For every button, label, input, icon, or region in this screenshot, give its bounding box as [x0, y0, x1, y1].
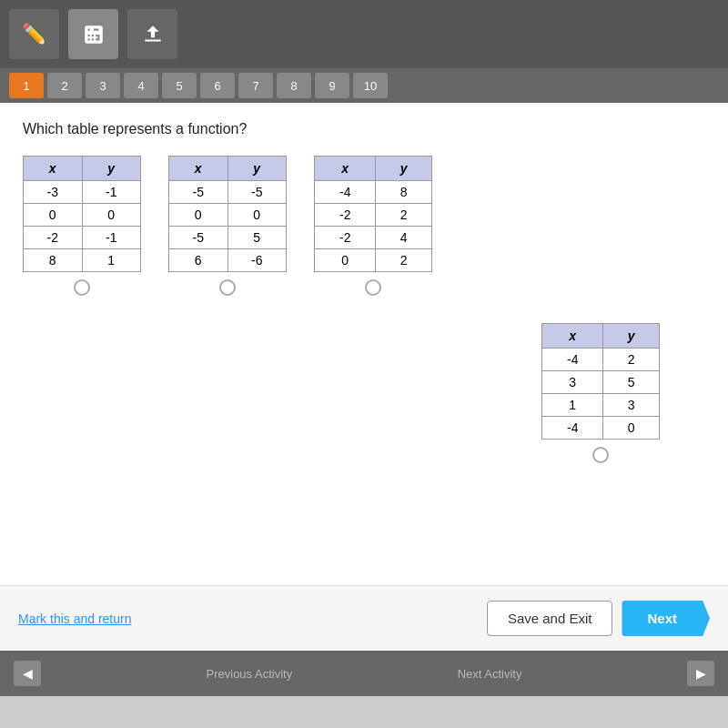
nav-btn-8[interactable]: 8 [277, 73, 311, 98]
next-activity-label: Next Activity [458, 667, 522, 681]
data-table-3: x y -48 -22 -24 02 [314, 156, 432, 272]
calculator-tool-button[interactable] [68, 9, 118, 59]
table-row: 6-6 [169, 249, 287, 272]
prev-activity-button[interactable]: ◀ [14, 661, 41, 686]
table2-radio[interactable] [219, 279, 236, 296]
table-row: 02 [315, 249, 432, 272]
calculator-icon [82, 23, 106, 46]
table1-col-y: y [82, 157, 141, 181]
prev-activity-label: Previous Activity [207, 667, 293, 681]
table-row: 00 [24, 204, 141, 227]
table3-col-y: y [376, 157, 432, 181]
table-row: -22 [315, 204, 432, 227]
nav-btn-5[interactable]: 5 [162, 73, 197, 98]
pencil-tool-button[interactable]: ✏️ [9, 9, 59, 59]
question-text: Which table represents a function? [23, 121, 705, 137]
next-activity-button[interactable]: ▶ [687, 661, 714, 686]
table-group-3: x y -48 -22 -24 02 [314, 156, 432, 296]
mark-return-button[interactable]: Mark this and return [18, 612, 132, 626]
top-toolbar: ✏️ [0, 0, 728, 68]
table1-col-x: x [24, 157, 83, 181]
main-content: Which table represents a function? x y -… [0, 103, 728, 585]
table-row: -3-1 [24, 181, 141, 204]
table3-radio[interactable] [365, 279, 381, 296]
bottom-bar: Mark this and return Save and Exit Next [0, 585, 728, 651]
table4-radio[interactable] [592, 447, 609, 463]
table3-col-x: x [315, 157, 376, 181]
save-exit-button[interactable]: Save and Exit [487, 601, 613, 636]
table-row: -5-5 [169, 181, 287, 204]
table1-radio[interactable] [74, 279, 90, 296]
table-row: -48 [315, 181, 432, 204]
nav-btn-7[interactable]: 7 [238, 73, 273, 98]
table-group-1: x y -3-1 00 -2-1 81 [23, 156, 141, 296]
data-table-2: x y -5-5 00 -55 6-6 [168, 156, 287, 272]
data-table-1: x y -3-1 00 -2-1 81 [23, 156, 141, 272]
table-row: -24 [315, 227, 432, 249]
data-table-4: x y -42 35 13 -40 [541, 323, 660, 440]
bottom-buttons: Save and Exit Next [487, 601, 710, 636]
next-button[interactable]: Next [622, 601, 710, 636]
table2-col-y: y [228, 157, 287, 181]
nav-btn-6[interactable]: 6 [200, 73, 235, 98]
table-row: 35 [542, 371, 660, 394]
table-group-4: x y -42 35 13 -40 [541, 323, 660, 463]
table-row: -40 [542, 417, 660, 440]
table2-col-x: x [169, 157, 228, 181]
table-group-2: x y -5-5 00 -55 6-6 [168, 156, 287, 296]
upload-tool-button[interactable] [127, 9, 177, 59]
activity-bar: ◀ Previous Activity Next Activity ▶ [0, 651, 728, 696]
table-row: 13 [542, 394, 660, 417]
table4-col-y: y [603, 324, 660, 349]
tables-container: x y -3-1 00 -2-1 81 x y [23, 156, 705, 463]
nav-btn-10[interactable]: 10 [353, 73, 388, 98]
nav-btn-4[interactable]: 4 [124, 73, 158, 98]
table-row: 00 [169, 204, 287, 227]
nav-btn-2[interactable]: 2 [47, 73, 82, 98]
table-row: -42 [542, 349, 660, 371]
nav-btn-9[interactable]: 9 [315, 73, 349, 98]
table-row: -55 [169, 227, 287, 249]
upload-icon [141, 23, 165, 46]
nav-btn-3[interactable]: 3 [86, 73, 120, 98]
table-row: 81 [24, 249, 141, 272]
table4-col-x: x [542, 324, 603, 349]
question-nav: 1 2 3 4 5 6 7 8 9 10 [0, 68, 728, 103]
table-row: -2-1 [24, 227, 141, 249]
nav-btn-1[interactable]: 1 [9, 73, 44, 98]
